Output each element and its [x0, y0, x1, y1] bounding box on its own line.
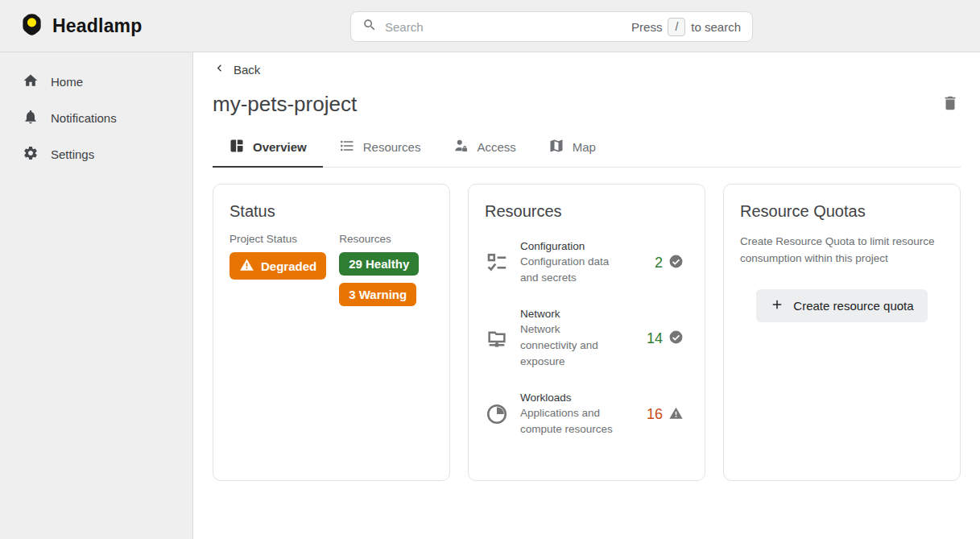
warning-badge: 3 Warning — [339, 283, 416, 306]
network-icon — [485, 326, 520, 350]
resource-description: Configuration data and secrets — [520, 254, 614, 286]
search-bar[interactable]: Press / to search — [350, 11, 753, 42]
resource-quotas-description: Create Resource Quota to limit resource … — [740, 233, 944, 267]
tab-label: Resources — [363, 140, 421, 154]
trash-icon — [941, 102, 959, 114]
tab-bar: Overview Resources — [213, 129, 961, 168]
plus-icon — [770, 297, 784, 314]
healthy-badge-label: 29 Healthy — [349, 257, 409, 271]
status-card-title: Status — [229, 202, 433, 221]
status-card: Status Project Status — [213, 184, 450, 481]
tab-map[interactable]: Map — [532, 129, 612, 167]
checklist-icon — [485, 251, 520, 275]
warning-triangle-icon — [239, 257, 254, 275]
resource-quotas-title: Resource Quotas — [740, 202, 944, 221]
resource-title: Network — [520, 308, 614, 320]
slash-keycap: / — [668, 18, 685, 36]
sidebar-item-label: Settings — [51, 147, 94, 161]
tab-label: Access — [477, 140, 515, 154]
resource-title: Workloads — [520, 392, 614, 404]
sidebar: Home Notifications Settings — [0, 52, 193, 539]
resources-card: Resources Configuration Configuration da… — [468, 184, 705, 481]
warning-badge-label: 3 Warning — [349, 288, 407, 301]
tab-overview[interactable]: Overview — [213, 129, 323, 167]
resource-row-workloads[interactable]: Workloads Applications and compute resou… — [485, 392, 688, 437]
home-icon — [23, 73, 39, 91]
sidebar-item-home[interactable]: Home — [0, 64, 192, 100]
search-shortcut-hint: Press / to search — [631, 18, 741, 36]
workloads-icon — [485, 402, 520, 426]
bell-icon — [23, 109, 39, 127]
resource-quotas-card: Resource Quotas Create Resource Quota to… — [723, 184, 961, 481]
search-icon — [362, 18, 377, 35]
tab-resources[interactable]: Resources — [323, 129, 437, 167]
status-badge: Degraded — [229, 252, 326, 280]
check-circle-icon — [668, 330, 684, 348]
resource-count: 2 — [655, 255, 663, 272]
sidebar-item-settings[interactable]: Settings — [0, 136, 192, 172]
status-badge-label: Degraded — [261, 259, 316, 273]
resource-description: Network connectivity and exposure — [520, 321, 614, 370]
project-status-label: Project Status — [229, 233, 297, 245]
resources-status-label: Resources — [339, 233, 391, 245]
resource-count: 14 — [647, 330, 663, 347]
check-circle-icon — [668, 254, 684, 272]
resource-title: Configuration — [520, 240, 614, 252]
sidebar-item-label: Home — [51, 75, 83, 89]
tab-access[interactable]: Access — [436, 129, 531, 167]
search-input[interactable] — [385, 20, 631, 34]
resources-card-title: Resources — [485, 202, 688, 221]
dashboard-icon — [229, 138, 245, 156]
headlamp-logo-icon — [19, 12, 44, 40]
resource-description: Applications and compute resources — [520, 405, 614, 437]
main-content: Back my-pets-project Overview — [193, 52, 980, 539]
chevron-left-icon — [213, 61, 226, 77]
back-label: Back — [234, 63, 260, 77]
resource-count: 16 — [647, 406, 663, 423]
person-lock-icon — [453, 138, 469, 156]
list-icon — [339, 138, 355, 156]
delete-project-button[interactable] — [940, 93, 961, 116]
app-logo[interactable]: Headlamp — [19, 12, 143, 40]
create-resource-quota-label: Create resource quota — [793, 299, 913, 313]
tab-label: Map — [573, 140, 596, 154]
hint-suffix: to search — [691, 20, 741, 34]
sidebar-item-notifications[interactable]: Notifications — [0, 100, 192, 136]
healthy-badge: 29 Healthy — [339, 252, 419, 276]
warning-triangle-icon — [668, 405, 684, 424]
hint-prefix: Press — [631, 20, 662, 34]
sidebar-item-label: Notifications — [51, 111, 117, 125]
page-title: my-pets-project — [213, 92, 357, 117]
back-button[interactable]: Back — [213, 61, 260, 77]
resource-row-configuration[interactable]: Configuration Configuration data and sec… — [485, 240, 688, 286]
app-name: Headlamp — [52, 15, 143, 37]
top-bar: Headlamp Press / to search — [0, 0, 980, 52]
create-resource-quota-button[interactable]: Create resource quota — [756, 289, 927, 322]
gear-icon — [23, 145, 39, 164]
resource-row-network[interactable]: Network Network connectivity and exposur… — [485, 308, 688, 370]
tab-label: Overview — [253, 140, 307, 154]
map-icon — [548, 138, 564, 156]
